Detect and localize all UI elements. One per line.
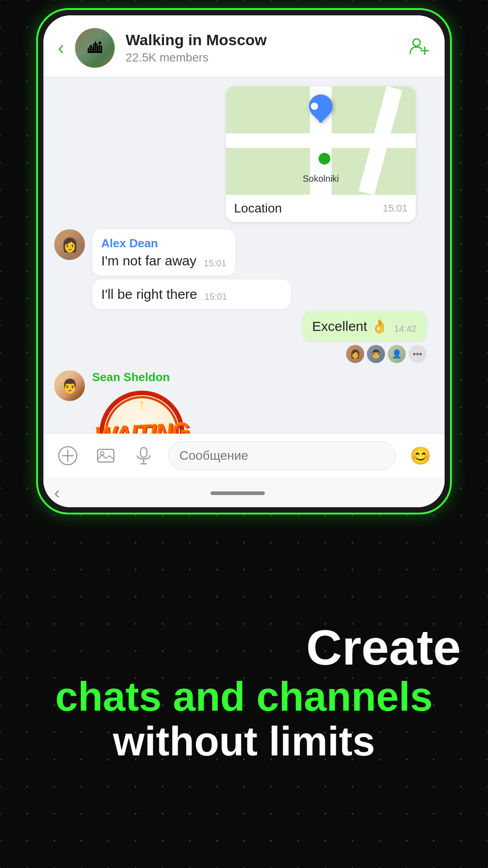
alex-text-2: I'll be right there 15:01 (101, 287, 282, 302)
members-count: 22.5K members (126, 51, 398, 65)
nav-bar: ‹ (43, 477, 445, 507)
alex-avatar: 👩 (54, 229, 85, 260)
map-visual: Sokolniki (226, 86, 416, 195)
outgoing-bubble: Excellent 👌 14:42 (302, 311, 427, 341)
promo-line-2: chats and channels (27, 675, 461, 719)
group-avatar-image: 🏙 (75, 28, 115, 68)
nav-back-button[interactable]: ‹ (54, 484, 60, 503)
alex-text-1: I'm not far away 15:01 (101, 253, 226, 269)
alex-avatar-image: 👩 (54, 229, 85, 260)
alex-time-1: 15:01 (204, 258, 226, 269)
seen-avatar-3: 👤 (388, 345, 406, 363)
sean-avatar: 👨 (54, 370, 85, 401)
alex-message-2: I'll be right there 15:01 (92, 279, 434, 309)
group-name: Walking in Moscow (126, 31, 398, 49)
promo-line-3: without limits (27, 719, 461, 764)
seen-more-button[interactable]: ••• (408, 345, 427, 363)
alex-time-2: 15:01 (205, 292, 227, 302)
messages-area: Sokolniki Location 15:01 👩 Alex Dean (43, 77, 445, 434)
svg-point-0 (413, 39, 420, 46)
seen-avatar-1: 👩 (346, 345, 364, 363)
mic-button[interactable] (130, 442, 157, 469)
alex-message-1: 👩 Alex Dean I'm not far away 15:01 (54, 229, 434, 276)
gallery-button[interactable] (92, 442, 119, 469)
chat-header: ‹ 🏙 Walking in Moscow 22.5K members (43, 15, 445, 77)
sticker-waiting: ↑ WAITING 09:53 (92, 388, 192, 434)
map-message: Sokolniki Location 15:01 (226, 86, 416, 222)
map-road-horizontal (226, 133, 416, 148)
map-time: 15:01 (383, 203, 408, 214)
alex-bubble-1: Alex Dean I'm not far away 15:01 (92, 229, 235, 276)
sean-avatar-image: 👨 (54, 370, 85, 401)
sean-message: 👨 Sean Sheldon ↑ (54, 370, 434, 434)
message-input[interactable] (168, 441, 396, 470)
map-place-label: Sokolniki (303, 174, 339, 184)
alex-bubble-2: I'll be right there 15:01 (92, 279, 291, 309)
location-label: Location (234, 201, 282, 216)
home-indicator[interactable] (211, 491, 265, 495)
input-bar: 😊 (43, 434, 445, 477)
sean-sender-name: Sean Sheldon (92, 370, 192, 384)
outgoing-time: 14:42 (394, 324, 417, 334)
phone-screen: ‹ 🏙 Walking in Moscow 22.5K members (43, 15, 445, 507)
map-caption: Location 15:01 (226, 195, 416, 222)
phone-frame: ‹ 🏙 Walking in Moscow 22.5K members (36, 8, 452, 514)
group-avatar: 🏙 (75, 28, 115, 68)
alex-sender-name: Alex Dean (101, 236, 226, 250)
add-member-button[interactable] (408, 35, 430, 61)
svg-rect-8 (141, 448, 147, 458)
emoji-button[interactable]: 😊 (407, 442, 434, 469)
outgoing-text: Excellent 👌 14:42 (312, 318, 417, 334)
promo-section: Create chats and channels without limits (0, 515, 488, 868)
outgoing-message: Excellent 👌 14:42 (54, 311, 434, 341)
back-button[interactable]: ‹ (58, 38, 64, 57)
seen-avatars-row: 👩 👨 👤 ••• (54, 345, 434, 363)
waiting-text: WAITING (94, 417, 189, 434)
promo-line-1: Create (27, 620, 461, 675)
svg-rect-6 (98, 449, 114, 462)
seen-avatar-2: 👨 (367, 345, 385, 363)
attach-button[interactable] (54, 442, 81, 469)
group-info: Walking in Moscow 22.5K members (126, 31, 398, 65)
app-container: ‹ 🏙 Walking in Moscow 22.5K members (43, 15, 445, 507)
